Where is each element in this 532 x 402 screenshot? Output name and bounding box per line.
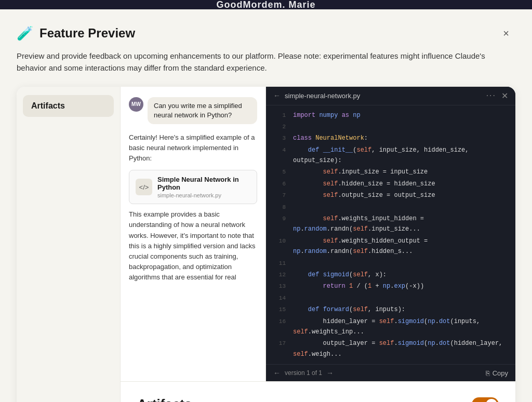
code-line: 9 self.weights_input_hidden = np.random.…: [266, 213, 515, 235]
code-line: 14: [266, 292, 515, 304]
close-button[interactable]: ×: [497, 24, 515, 43]
code-line: 15 def forward(self, inputs):: [266, 304, 515, 315]
code-line: 5 self.input_size = input_size: [266, 166, 515, 178]
modal-header-left: 🧪 Feature Preview: [17, 25, 135, 42]
code-line: 4 def __init__(self, input_size, hidden_…: [266, 144, 515, 167]
artifacts-header: Artifacts On: [137, 396, 499, 402]
snippet-title: Simple Neural Network in Python: [157, 176, 250, 191]
artifacts-toggle[interactable]: [472, 397, 499, 402]
copy-icon: ⎘: [486, 369, 490, 377]
user-message: MW Can you write me a simplified neural …: [129, 97, 257, 124]
code-line: 11: [266, 258, 515, 269]
toggle-knob: [486, 399, 497, 402]
code-line: 2: [266, 121, 515, 132]
code-line: 6 self.hidden_size = hidden_size: [266, 178, 515, 190]
snippet-filename: simple-neural-network.py: [157, 192, 250, 198]
code-line: 3 class NeuralNetwork:: [266, 132, 515, 144]
snippet-info: Simple Neural Network in Python simple-n…: [157, 176, 250, 198]
flask-icon: 🧪: [17, 25, 33, 42]
close-icon: ×: [503, 28, 509, 39]
more-options-icon[interactable]: ···: [486, 91, 496, 100]
version-label: version 1 of 1: [285, 369, 322, 377]
code-panel: ← simple-neural-network.py ··· ✕ 1: [266, 87, 515, 382]
content-area: Artifacts MW Can you write me a simplifi…: [17, 87, 515, 403]
copy-label: Copy: [493, 369, 508, 377]
sidebar: Artifacts: [17, 87, 121, 403]
modal-title: Feature Preview: [39, 26, 135, 41]
code-panel-actions: ··· ✕: [486, 91, 508, 101]
avatar: MW: [129, 97, 143, 112]
copy-button[interactable]: ⎘ Copy: [486, 369, 508, 377]
chat-panel: MW Can you write me a simplified neural …: [121, 87, 266, 382]
artifacts-description-section: Artifacts On Ask Claude to generate cont…: [121, 382, 515, 402]
toggle-label: On: [456, 400, 467, 402]
code-panel-nav: ← simple-neural-network.py: [273, 91, 360, 100]
main-content: MW Can you write me a simplified neural …: [121, 87, 515, 403]
modal-description: Preview and provide feedback on upcoming…: [17, 50, 505, 74]
code-line: 1 import numpy as np: [266, 110, 515, 121]
top-bar: GoodMordem. Marie: [0, 0, 532, 9]
chat-response-2: This example provides a basic understand…: [129, 209, 257, 283]
code-line: 7 self.output_size = output_size: [266, 190, 515, 201]
code-line: 12 def sigmoid(self, x):: [266, 269, 515, 280]
code-panel-footer: ← version 1 of 1 → ⎘ Copy: [266, 364, 515, 381]
sidebar-item-artifacts[interactable]: Artifacts: [23, 95, 114, 117]
demo-section: MW Can you write me a simplified neural …: [121, 87, 515, 382]
toggle-container: On: [456, 397, 499, 402]
close-code-icon[interactable]: ✕: [501, 91, 508, 101]
version-nav: ← version 1 of 1 →: [273, 369, 334, 377]
code-line: 16 hidden_layer = self.sigmoid(np.dot(in…: [266, 316, 515, 338]
code-line: 10 self.weights_hidden_output = np.rando…: [266, 235, 515, 258]
code-body: 1 import numpy as np 2 3 class NeuralNet…: [266, 105, 515, 365]
code-snippet-card[interactable]: </> Simple Neural Network in Python simp…: [129, 170, 257, 204]
top-bar-title: GoodMordem. Marie: [216, 0, 315, 10]
modal-header: 🧪 Feature Preview ×: [17, 24, 515, 43]
code-snippet-icon: </>: [136, 179, 152, 195]
version-back-icon[interactable]: ←: [273, 369, 281, 377]
code-line: 8: [266, 202, 515, 213]
code-filename: simple-neural-network.py: [285, 92, 360, 100]
code-panel-header: ← simple-neural-network.py ··· ✕: [266, 87, 515, 105]
code-line: 17 output_layer = self.sigmoid(np.dot(hi…: [266, 338, 515, 360]
modal-backdrop: 🧪 Feature Preview × Preview and provide …: [0, 9, 532, 402]
back-arrow-icon[interactable]: ←: [273, 91, 281, 100]
artifacts-section-title: Artifacts: [137, 396, 192, 402]
chat-response-1: Certainly! Here's a simplified example o…: [129, 132, 257, 164]
code-line: 13 return 1 / (1 + np.exp(-x)): [266, 280, 515, 292]
user-bubble: Can you write me a simplified neural net…: [148, 97, 257, 124]
version-forward-icon[interactable]: →: [326, 369, 334, 377]
